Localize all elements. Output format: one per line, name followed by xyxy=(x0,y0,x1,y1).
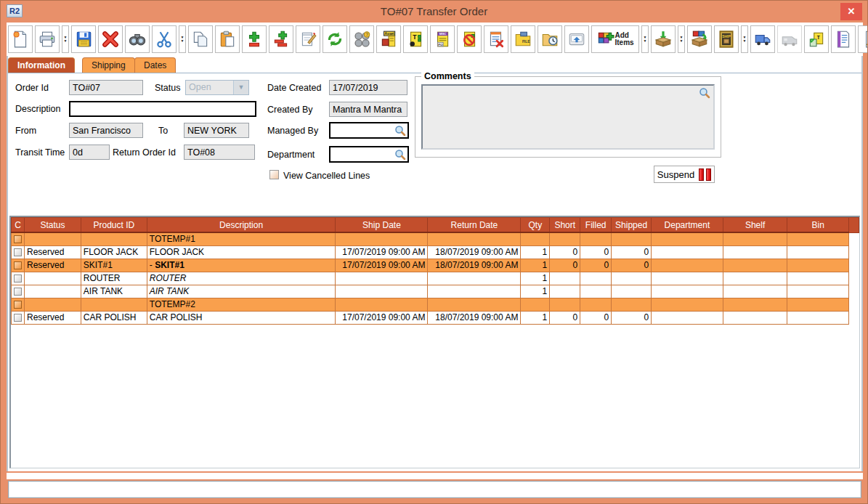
cell-qty[interactable]: 1 xyxy=(521,245,550,259)
cell-qty[interactable] xyxy=(521,232,550,245)
query-button[interactable]: ? xyxy=(349,25,374,53)
cell-product-id[interactable]: ROUTER xyxy=(81,272,147,285)
cell-return-date[interactable] xyxy=(428,232,521,245)
cell-filled[interactable]: 0 xyxy=(580,245,612,259)
row-checkbox[interactable] xyxy=(14,301,22,309)
block-button[interactable] xyxy=(457,25,482,53)
misc-po-button[interactable]: MISCPO xyxy=(430,25,455,53)
cell-bin[interactable] xyxy=(787,259,849,272)
add-items-button[interactable]: Add Items xyxy=(591,25,639,53)
cell-return-date[interactable] xyxy=(428,298,521,311)
cell-status[interactable] xyxy=(25,272,81,285)
cell-bin[interactable] xyxy=(787,272,849,285)
comments-textarea[interactable] xyxy=(421,84,715,150)
column-header-shipped[interactable]: Shipped xyxy=(612,218,652,233)
cell-ship-date[interactable] xyxy=(336,298,428,311)
tab-shipping[interactable]: Shipping xyxy=(82,57,135,73)
add-multiple-button[interactable] xyxy=(269,25,293,53)
cell-shelf[interactable] xyxy=(723,245,787,259)
copy-button[interactable] xyxy=(188,25,213,53)
cell-return-date[interactable]: 18/07/2019 09:00 AM xyxy=(428,259,521,272)
cell-shipped[interactable]: 0 xyxy=(612,311,652,324)
cell-filled[interactable] xyxy=(580,285,612,298)
cell-ship-date[interactable] xyxy=(336,232,428,245)
suspend-button[interactable]: Suspend xyxy=(654,166,715,183)
row-checkbox[interactable] xyxy=(14,235,22,243)
truck-button[interactable] xyxy=(750,25,775,53)
table-row[interactable]: ReservedSKIT#1- SKIT#117/07/2019 09:00 A… xyxy=(12,259,859,272)
history-button[interactable] xyxy=(538,25,562,53)
cell-shipped[interactable] xyxy=(612,272,652,285)
cell-return-date[interactable] xyxy=(428,272,521,285)
cell-description[interactable]: - SKIT#1 xyxy=(147,259,336,272)
cell-ship-date[interactable]: 17/07/2019 09:00 AM xyxy=(336,311,428,324)
cell-short[interactable] xyxy=(550,232,580,245)
cell-shipped[interactable] xyxy=(612,298,652,311)
cell-description[interactable]: TOTEMP#1 xyxy=(147,232,336,245)
cell-short[interactable] xyxy=(550,298,580,311)
cell-department[interactable] xyxy=(652,285,723,298)
column-header-return-date[interactable]: Return Date xyxy=(428,218,521,233)
column-header-c[interactable]: C xyxy=(12,218,25,233)
department-search-icon[interactable] xyxy=(394,149,406,160)
cell-short[interactable]: 0 xyxy=(550,259,580,272)
tab-information[interactable]: Information xyxy=(8,57,75,73)
status-dropdown-icon[interactable]: ▼ xyxy=(233,81,248,94)
receive-button[interactable] xyxy=(651,25,676,53)
comments-search-icon[interactable] xyxy=(699,87,710,99)
cell-bin[interactable] xyxy=(787,311,849,324)
file-button[interactable]: FILE xyxy=(511,25,535,53)
cell-ship-date[interactable]: 17/07/2019 09:00 AM xyxy=(336,245,428,259)
template-button[interactable]: T xyxy=(403,25,428,53)
table-row[interactable]: ReservedCAR POLISHCAR POLISH17/07/2019 0… xyxy=(12,311,859,324)
refresh-button[interactable] xyxy=(323,25,347,53)
cell-filled[interactable]: 0 xyxy=(580,311,612,324)
cell-description[interactable]: TOTEMP#2 xyxy=(147,298,336,311)
cell-description[interactable]: ROUTER xyxy=(147,272,336,285)
save-button[interactable] xyxy=(71,25,96,53)
cell-status[interactable]: Reserved xyxy=(25,245,81,259)
column-header-shelf[interactable]: Shelf xyxy=(723,218,787,233)
cut-button[interactable] xyxy=(152,25,177,53)
cell-product-id[interactable] xyxy=(81,232,147,245)
cell-shipped[interactable]: 0 xyxy=(612,259,652,272)
report-button[interactable] xyxy=(831,25,856,53)
cell-product-id[interactable]: SKIT#1 xyxy=(81,259,147,272)
cell-status[interactable] xyxy=(25,232,81,245)
transit-time-field[interactable] xyxy=(69,145,110,160)
table-row[interactable]: ROUTERROUTER1 xyxy=(12,272,859,285)
created-by-field[interactable] xyxy=(329,102,407,117)
column-header-product-id[interactable]: Product ID xyxy=(81,218,147,233)
cancel-lines-button[interactable] xyxy=(484,25,508,53)
cell-department[interactable] xyxy=(652,298,723,311)
cell-department[interactable] xyxy=(652,272,723,285)
asset-button[interactable]: Asset xyxy=(376,25,401,53)
cell-department[interactable] xyxy=(652,259,723,272)
add-line-button[interactable] xyxy=(242,25,267,53)
cell-filled[interactable] xyxy=(580,298,612,311)
table-row[interactable]: TOTEMP#1 xyxy=(12,232,859,245)
description-field[interactable] xyxy=(69,101,256,117)
cell-status[interactable] xyxy=(25,285,81,298)
column-header-bin[interactable]: Bin xyxy=(787,218,849,233)
delete-button[interactable] xyxy=(98,25,123,53)
column-header-short[interactable]: Short xyxy=(550,218,580,233)
add-items-button-dropdown[interactable]: ▼▼ xyxy=(641,25,649,53)
print-button-dropdown[interactable]: ▼▼ xyxy=(62,25,69,53)
cell-shipped[interactable] xyxy=(612,232,652,245)
table-row[interactable]: AIR TANKAIR TANK1 xyxy=(12,285,859,298)
cell-qty[interactable] xyxy=(521,298,550,311)
cell-shipped[interactable] xyxy=(612,285,652,298)
edit-notes-button[interactable] xyxy=(296,25,320,53)
shortcut-key-button[interactable] xyxy=(564,25,589,53)
alert-button[interactable]: ! xyxy=(858,25,868,53)
order-id-field[interactable] xyxy=(69,80,143,95)
cell-short[interactable] xyxy=(550,285,580,298)
cell-description[interactable]: AIR TANK xyxy=(147,285,336,298)
cell-shelf[interactable] xyxy=(723,311,787,324)
cell-ship-date[interactable] xyxy=(336,285,428,298)
column-header-qty[interactable]: Qty xyxy=(521,218,550,233)
row-checkbox[interactable] xyxy=(14,261,22,269)
cell-department[interactable] xyxy=(652,232,723,245)
find-button[interactable] xyxy=(125,25,150,53)
